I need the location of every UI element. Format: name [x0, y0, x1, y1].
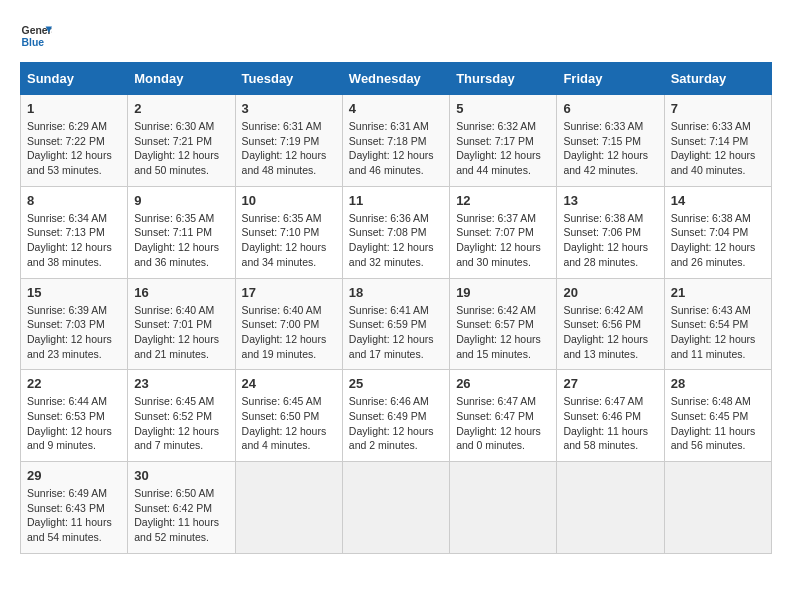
calendar-cell: 24Sunrise: 6:45 AM Sunset: 6:50 PM Dayli… — [235, 370, 342, 462]
cell-content: Sunrise: 6:35 AM Sunset: 7:10 PM Dayligh… — [242, 211, 336, 270]
cell-content: Sunrise: 6:42 AM Sunset: 6:56 PM Dayligh… — [563, 303, 657, 362]
day-number: 17 — [242, 285, 336, 300]
cell-content: Sunrise: 6:34 AM Sunset: 7:13 PM Dayligh… — [27, 211, 121, 270]
calendar-cell: 17Sunrise: 6:40 AM Sunset: 7:00 PM Dayli… — [235, 278, 342, 370]
cell-content: Sunrise: 6:29 AM Sunset: 7:22 PM Dayligh… — [27, 119, 121, 178]
calendar-cell: 21Sunrise: 6:43 AM Sunset: 6:54 PM Dayli… — [664, 278, 771, 370]
day-number: 7 — [671, 101, 765, 116]
day-number: 26 — [456, 376, 550, 391]
day-number: 3 — [242, 101, 336, 116]
cell-content: Sunrise: 6:31 AM Sunset: 7:19 PM Dayligh… — [242, 119, 336, 178]
calendar-cell — [342, 462, 449, 554]
calendar-cell: 16Sunrise: 6:40 AM Sunset: 7:01 PM Dayli… — [128, 278, 235, 370]
day-number: 28 — [671, 376, 765, 391]
day-number: 6 — [563, 101, 657, 116]
cell-content: Sunrise: 6:43 AM Sunset: 6:54 PM Dayligh… — [671, 303, 765, 362]
calendar-cell: 29Sunrise: 6:49 AM Sunset: 6:43 PM Dayli… — [21, 462, 128, 554]
day-number: 30 — [134, 468, 228, 483]
calendar-week-4: 22Sunrise: 6:44 AM Sunset: 6:53 PM Dayli… — [21, 370, 772, 462]
cell-content: Sunrise: 6:47 AM Sunset: 6:47 PM Dayligh… — [456, 394, 550, 453]
cell-content: Sunrise: 6:39 AM Sunset: 7:03 PM Dayligh… — [27, 303, 121, 362]
logo: General Blue — [20, 20, 52, 52]
day-number: 19 — [456, 285, 550, 300]
calendar-cell: 19Sunrise: 6:42 AM Sunset: 6:57 PM Dayli… — [450, 278, 557, 370]
day-number: 5 — [456, 101, 550, 116]
day-header-wednesday: Wednesday — [342, 63, 449, 95]
calendar-cell: 9Sunrise: 6:35 AM Sunset: 7:11 PM Daylig… — [128, 186, 235, 278]
calendar-cell — [450, 462, 557, 554]
cell-content: Sunrise: 6:47 AM Sunset: 6:46 PM Dayligh… — [563, 394, 657, 453]
cell-content: Sunrise: 6:30 AM Sunset: 7:21 PM Dayligh… — [134, 119, 228, 178]
calendar-week-5: 29Sunrise: 6:49 AM Sunset: 6:43 PM Dayli… — [21, 462, 772, 554]
cell-content: Sunrise: 6:35 AM Sunset: 7:11 PM Dayligh… — [134, 211, 228, 270]
calendar-cell: 5Sunrise: 6:32 AM Sunset: 7:17 PM Daylig… — [450, 95, 557, 187]
day-number: 18 — [349, 285, 443, 300]
cell-content: Sunrise: 6:45 AM Sunset: 6:50 PM Dayligh… — [242, 394, 336, 453]
cell-content: Sunrise: 6:44 AM Sunset: 6:53 PM Dayligh… — [27, 394, 121, 453]
cell-content: Sunrise: 6:31 AM Sunset: 7:18 PM Dayligh… — [349, 119, 443, 178]
calendar-cell: 8Sunrise: 6:34 AM Sunset: 7:13 PM Daylig… — [21, 186, 128, 278]
calendar-table: SundayMondayTuesdayWednesdayThursdayFrid… — [20, 62, 772, 554]
calendar-week-1: 1Sunrise: 6:29 AM Sunset: 7:22 PM Daylig… — [21, 95, 772, 187]
calendar-week-2: 8Sunrise: 6:34 AM Sunset: 7:13 PM Daylig… — [21, 186, 772, 278]
svg-text:Blue: Blue — [22, 37, 45, 48]
day-number: 29 — [27, 468, 121, 483]
calendar-cell: 11Sunrise: 6:36 AM Sunset: 7:08 PM Dayli… — [342, 186, 449, 278]
day-number: 23 — [134, 376, 228, 391]
cell-content: Sunrise: 6:32 AM Sunset: 7:17 PM Dayligh… — [456, 119, 550, 178]
day-number: 21 — [671, 285, 765, 300]
cell-content: Sunrise: 6:50 AM Sunset: 6:42 PM Dayligh… — [134, 486, 228, 545]
cell-content: Sunrise: 6:40 AM Sunset: 7:01 PM Dayligh… — [134, 303, 228, 362]
cell-content: Sunrise: 6:49 AM Sunset: 6:43 PM Dayligh… — [27, 486, 121, 545]
day-number: 4 — [349, 101, 443, 116]
page-header: General Blue — [20, 20, 772, 52]
calendar-cell: 15Sunrise: 6:39 AM Sunset: 7:03 PM Dayli… — [21, 278, 128, 370]
day-number: 11 — [349, 193, 443, 208]
calendar-cell — [664, 462, 771, 554]
day-number: 20 — [563, 285, 657, 300]
calendar-cell — [235, 462, 342, 554]
day-header-saturday: Saturday — [664, 63, 771, 95]
cell-content: Sunrise: 6:46 AM Sunset: 6:49 PM Dayligh… — [349, 394, 443, 453]
cell-content: Sunrise: 6:33 AM Sunset: 7:14 PM Dayligh… — [671, 119, 765, 178]
calendar-cell: 1Sunrise: 6:29 AM Sunset: 7:22 PM Daylig… — [21, 95, 128, 187]
cell-content: Sunrise: 6:48 AM Sunset: 6:45 PM Dayligh… — [671, 394, 765, 453]
cell-content: Sunrise: 6:45 AM Sunset: 6:52 PM Dayligh… — [134, 394, 228, 453]
calendar-cell: 14Sunrise: 6:38 AM Sunset: 7:04 PM Dayli… — [664, 186, 771, 278]
calendar-cell: 30Sunrise: 6:50 AM Sunset: 6:42 PM Dayli… — [128, 462, 235, 554]
day-header-thursday: Thursday — [450, 63, 557, 95]
calendar-cell: 27Sunrise: 6:47 AM Sunset: 6:46 PM Dayli… — [557, 370, 664, 462]
day-number: 12 — [456, 193, 550, 208]
calendar-cell: 10Sunrise: 6:35 AM Sunset: 7:10 PM Dayli… — [235, 186, 342, 278]
day-number: 25 — [349, 376, 443, 391]
calendar-cell: 20Sunrise: 6:42 AM Sunset: 6:56 PM Dayli… — [557, 278, 664, 370]
day-header-tuesday: Tuesday — [235, 63, 342, 95]
day-number: 15 — [27, 285, 121, 300]
day-header-monday: Monday — [128, 63, 235, 95]
day-number: 2 — [134, 101, 228, 116]
calendar-cell: 6Sunrise: 6:33 AM Sunset: 7:15 PM Daylig… — [557, 95, 664, 187]
calendar-cell: 7Sunrise: 6:33 AM Sunset: 7:14 PM Daylig… — [664, 95, 771, 187]
day-number: 1 — [27, 101, 121, 116]
logo-icon: General Blue — [20, 20, 52, 52]
calendar-cell: 18Sunrise: 6:41 AM Sunset: 6:59 PM Dayli… — [342, 278, 449, 370]
cell-content: Sunrise: 6:38 AM Sunset: 7:04 PM Dayligh… — [671, 211, 765, 270]
calendar-cell: 4Sunrise: 6:31 AM Sunset: 7:18 PM Daylig… — [342, 95, 449, 187]
calendar-cell: 26Sunrise: 6:47 AM Sunset: 6:47 PM Dayli… — [450, 370, 557, 462]
calendar-cell: 12Sunrise: 6:37 AM Sunset: 7:07 PM Dayli… — [450, 186, 557, 278]
calendar-cell: 22Sunrise: 6:44 AM Sunset: 6:53 PM Dayli… — [21, 370, 128, 462]
calendar-cell: 3Sunrise: 6:31 AM Sunset: 7:19 PM Daylig… — [235, 95, 342, 187]
cell-content: Sunrise: 6:41 AM Sunset: 6:59 PM Dayligh… — [349, 303, 443, 362]
day-number: 10 — [242, 193, 336, 208]
calendar-cell: 25Sunrise: 6:46 AM Sunset: 6:49 PM Dayli… — [342, 370, 449, 462]
day-number: 13 — [563, 193, 657, 208]
cell-content: Sunrise: 6:40 AM Sunset: 7:00 PM Dayligh… — [242, 303, 336, 362]
day-number: 27 — [563, 376, 657, 391]
cell-content: Sunrise: 6:38 AM Sunset: 7:06 PM Dayligh… — [563, 211, 657, 270]
calendar-cell: 2Sunrise: 6:30 AM Sunset: 7:21 PM Daylig… — [128, 95, 235, 187]
day-number: 14 — [671, 193, 765, 208]
calendar-week-3: 15Sunrise: 6:39 AM Sunset: 7:03 PM Dayli… — [21, 278, 772, 370]
cell-content: Sunrise: 6:37 AM Sunset: 7:07 PM Dayligh… — [456, 211, 550, 270]
calendar-cell: 13Sunrise: 6:38 AM Sunset: 7:06 PM Dayli… — [557, 186, 664, 278]
calendar-cell — [557, 462, 664, 554]
